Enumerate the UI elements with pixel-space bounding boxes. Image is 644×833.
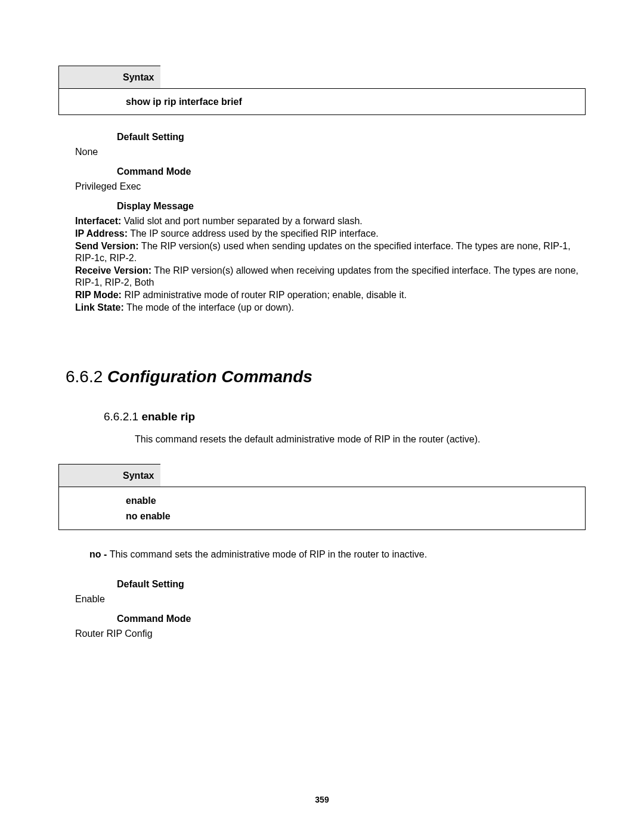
def-term: IP Address: <box>75 228 128 239</box>
syntax-label-cell: Syntax <box>59 66 160 89</box>
subsection-number: 6.6.2.1 <box>104 410 141 423</box>
def-sendversion: Send Version: The RIP version(s) used wh… <box>75 240 586 264</box>
def-interfacet: Interfacet: Valid slot and port number s… <box>75 215 586 227</box>
def-term: RIP Mode: <box>75 290 122 300</box>
section-title: Configuration Commands <box>107 367 312 386</box>
def-receiveversion: Receive Version: The RIP version(s) allo… <box>75 265 586 289</box>
def-desc: The mode of the interface (up or down). <box>124 302 294 312</box>
def-term: Receive Version: <box>75 265 151 275</box>
section-heading: 6.6.2 Configuration Commands <box>66 367 586 386</box>
syntax-command-cell: enable no enable <box>59 487 586 530</box>
details-block-1: Default Setting None Command Mode Privil… <box>58 132 586 314</box>
syntax-line-1: enable <box>126 493 585 509</box>
syntax-label-cell: Syntax <box>59 465 160 487</box>
syntax-table-1: Syntax show ip rip interface brief <box>58 66 586 115</box>
syntax-table-2: Syntax enable no enable <box>58 464 586 530</box>
command-mode-value: Privileged Exec <box>75 181 586 193</box>
default-setting-label: Default Setting <box>117 132 586 143</box>
def-linkstate: Link State: The mode of the interface (u… <box>75 302 586 314</box>
subsection-description: This command resets the default administ… <box>135 434 586 445</box>
command-mode-label: Command Mode <box>117 614 586 624</box>
syntax-command-cell: show ip rip interface brief <box>59 89 586 115</box>
default-setting-label: Default Setting <box>117 579 586 590</box>
command-mode-value: Router RIP Config <box>75 628 586 640</box>
def-ipaddress: IP Address: The IP source address used b… <box>75 228 586 240</box>
section-number: 6.6.2 <box>66 367 107 386</box>
definitions-list: Interfacet: Valid slot and port number s… <box>75 215 586 314</box>
default-setting-value: None <box>75 146 586 158</box>
def-term: Link State: <box>75 302 124 312</box>
syntax-empty-cell <box>160 66 586 89</box>
def-term: Interfacet: <box>75 216 121 226</box>
no-note: no - This command sets the administrativ… <box>89 549 586 560</box>
def-desc: Valid slot and port number separated by … <box>121 216 362 226</box>
subsection-title: enable rip <box>141 410 195 423</box>
display-message-label: Display Message <box>117 201 586 212</box>
no-term: no - <box>89 549 110 559</box>
def-term: Send Version: <box>75 241 139 251</box>
default-setting-value: Enable <box>75 593 586 605</box>
def-desc: The IP source address used by the specif… <box>128 228 379 239</box>
command-mode-label: Command Mode <box>117 166 586 177</box>
subsection-heading: 6.6.2.1 enable rip <box>104 410 586 423</box>
syntax-empty-cell <box>160 465 586 487</box>
details-block-2: Default Setting Enable Command Mode Rout… <box>58 579 586 640</box>
def-desc: RIP administrative mode of router RIP op… <box>122 290 407 300</box>
syntax-line-2: no enable <box>126 509 585 524</box>
def-desc: The RIP version(s) used when sending upd… <box>75 241 571 263</box>
def-ripmode: RIP Mode: RIP administrative mode of rou… <box>75 289 586 301</box>
no-desc: This command sets the administrative mod… <box>110 549 427 559</box>
page-number: 359 <box>0 795 644 804</box>
